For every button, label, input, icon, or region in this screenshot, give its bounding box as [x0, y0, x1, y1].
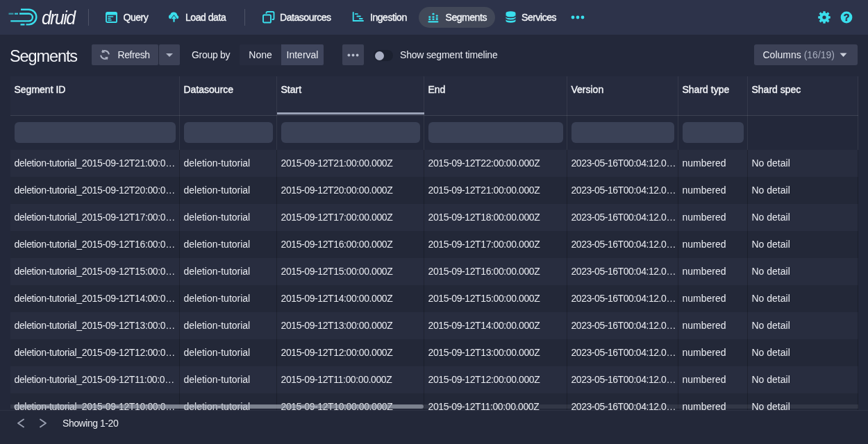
svg-text:?: ?: [844, 12, 850, 23]
